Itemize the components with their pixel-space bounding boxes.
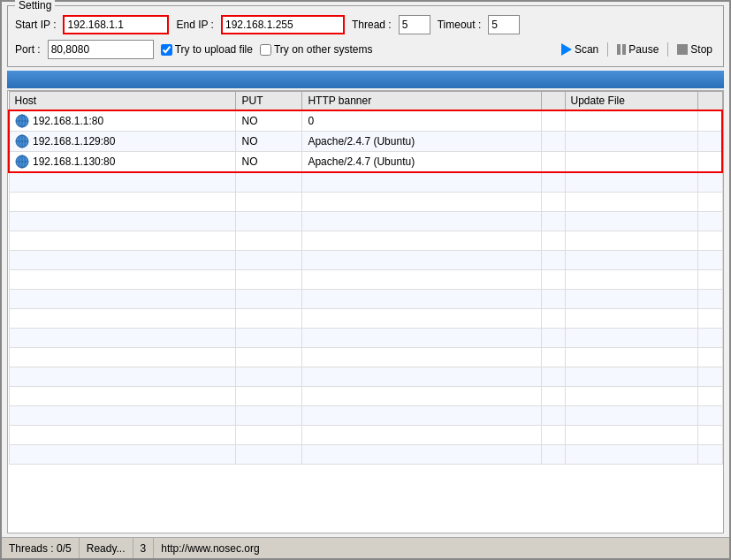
cell-host: 192.168.1.1:80: [9, 110, 236, 132]
cell-banner: Apache/2.4.7 (Ubuntu): [302, 132, 542, 152]
settings-panel: Setting Start IP : End IP : Thread : Tim…: [7, 5, 724, 67]
scan-label: Scan: [575, 43, 598, 56]
table-row-empty: [9, 405, 722, 425]
play-icon: [561, 43, 572, 56]
col-banner: HTTP banner: [302, 92, 542, 111]
end-ip-label: End IP :: [176, 19, 213, 31]
table-row-empty: [9, 425, 722, 444]
scan-button[interactable]: Scan: [558, 42, 602, 57]
cell-banner: 0: [302, 110, 542, 132]
col-update: Update File: [565, 92, 698, 111]
table-row-empty: [9, 308, 722, 328]
port-input[interactable]: [48, 40, 154, 59]
thread-label: Thread :: [352, 19, 392, 31]
port-label: Port :: [15, 43, 41, 56]
upload-checkbox-label[interactable]: Try to upload file: [161, 43, 253, 56]
table-row-empty: [9, 250, 722, 269]
pause-icon: [617, 44, 626, 55]
start-ip-input[interactable]: [63, 15, 169, 34]
statusbar: Threads : 0/5 Ready... 3 http://www.nose…: [2, 537, 729, 558]
results-table-container: Host PUT HTTP banner Update File: [7, 90, 724, 534]
table-body: 192.168.1.1:80 NO 0: [9, 110, 722, 464]
table-row-empty: [9, 444, 722, 464]
toolbar-buttons: Scan Pause Stop: [558, 42, 716, 57]
table-wrapper[interactable]: Host PUT HTTP banner Update File: [8, 91, 723, 533]
stop-button[interactable]: Stop: [674, 42, 716, 57]
cell-put: NO: [236, 152, 302, 173]
other-checkbox-label[interactable]: Try on other systems: [260, 43, 373, 56]
settings-legend: Setting: [15, 0, 55, 11]
cell-host: 192.168.1.130:80: [9, 152, 236, 173]
statusbar-count: 3: [133, 538, 155, 558]
host-icon: [15, 155, 29, 169]
cell-put: NO: [236, 110, 302, 132]
statusbar-ready: Ready...: [80, 538, 133, 558]
host-icon: [15, 114, 29, 128]
settings-row2: Port : Try to upload file Try on other s…: [15, 40, 716, 59]
end-ip-input[interactable]: [221, 15, 345, 34]
main-window: Setting Start IP : End IP : Thread : Tim…: [0, 0, 731, 560]
upload-label: Try to upload file: [175, 43, 253, 56]
table-row[interactable]: 192.168.1.130:80 NO Apache/2.4.7 (Ubuntu…: [9, 152, 722, 173]
table-row-empty: [9, 289, 722, 308]
thread-input[interactable]: [399, 15, 430, 34]
table-row-empty: [9, 269, 722, 289]
table-row[interactable]: 192.168.1.1:80 NO 0: [9, 110, 722, 132]
other-label: Try on other systems: [274, 43, 373, 56]
table-row-empty: [9, 367, 722, 386]
timeout-input[interactable]: [488, 15, 520, 34]
col-host: Host: [9, 92, 236, 111]
divider2: [667, 42, 668, 57]
divider1: [607, 42, 608, 57]
pause-label: Pause: [628, 43, 659, 56]
col-put: PUT: [236, 92, 302, 111]
table-row-empty: [9, 211, 722, 231]
statusbar-url: http://www.nosec.org: [154, 538, 729, 558]
settings-row1: Start IP : End IP : Thread : Timeout :: [15, 15, 716, 34]
table-row-empty: [9, 347, 722, 367]
upload-checkbox[interactable]: [161, 44, 172, 56]
cell-banner: Apache/2.4.7 (Ubuntu): [302, 152, 542, 173]
pause-bar-2: [622, 44, 626, 55]
cell-put: NO: [236, 132, 302, 152]
table-row-empty: [9, 328, 722, 347]
table-header-row: Host PUT HTTP banner Update File: [9, 92, 722, 111]
stop-icon: [677, 44, 688, 55]
progress-bar: [7, 71, 724, 88]
pause-button[interactable]: Pause: [613, 42, 662, 57]
stop-label: Stop: [690, 43, 712, 56]
results-table: Host PUT HTTP banner Update File: [8, 91, 723, 465]
table-row[interactable]: 192.168.1.129:80 NO Apache/2.4.7 (Ubuntu…: [9, 132, 722, 152]
table-row-empty: [9, 172, 722, 192]
table-row-empty: [9, 231, 722, 250]
host-icon: [15, 134, 29, 148]
table-row-empty: [9, 192, 722, 211]
statusbar-threads: Threads : 0/5: [2, 538, 80, 558]
col-extra2: [698, 92, 722, 111]
start-ip-label: Start IP :: [15, 19, 56, 31]
pause-bar-1: [617, 44, 621, 55]
col-extra: [542, 92, 565, 111]
other-checkbox[interactable]: [260, 44, 271, 56]
table-row-empty: [9, 386, 722, 405]
timeout-label: Timeout :: [438, 19, 482, 31]
cell-host: 192.168.1.129:80: [9, 132, 236, 152]
